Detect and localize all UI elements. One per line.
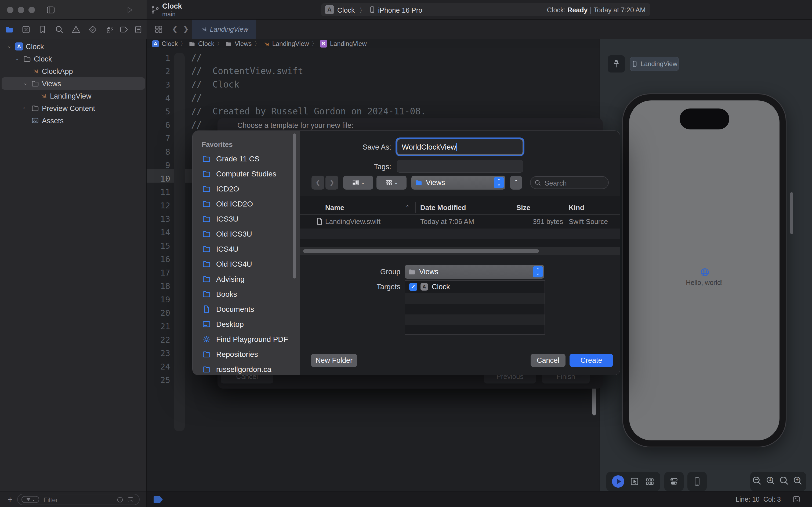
favorites-scrollbar[interactable] — [293, 133, 296, 278]
zoom-fit-icon[interactable]: ▫ — [779, 475, 791, 488]
preview-tab-landingview[interactable]: LandingView — [630, 57, 679, 71]
reports-navigator-icon[interactable] — [134, 25, 143, 34]
favorites-item[interactable]: russellgordon.ca — [192, 363, 300, 375]
file-row[interactable]: LandingView.swift Today at 7:06 AM 391 b… — [300, 215, 620, 229]
code-line[interactable]: 2// ContentView.swift — [147, 64, 599, 78]
filter-field[interactable]: ⌄ Filter — [17, 494, 139, 505]
project-navigator-icon[interactable] — [5, 25, 14, 34]
group-dropdown[interactable]: Views ⌃⌄ — [405, 265, 544, 279]
issues-navigator-icon[interactable] — [71, 25, 80, 34]
favorites-item[interactable]: Old ICD2O — [192, 198, 300, 211]
run-button-icon[interactable] — [126, 6, 134, 14]
column-name[interactable]: Name — [325, 204, 344, 212]
new-folder-button[interactable]: New Folder — [311, 354, 357, 367]
tests-navigator-icon[interactable] — [88, 25, 97, 34]
location-dropdown[interactable]: Views ⌃⌄ — [411, 176, 505, 189]
iphone-screen[interactable]: Hello, world! — [629, 101, 779, 440]
breadcrumb-item[interactable]: Clock — [198, 40, 214, 48]
breakpoint-icon[interactable] — [154, 496, 163, 503]
grid-view-button[interactable]: ⌄ — [376, 176, 407, 189]
favorites-item[interactable]: Advising — [192, 273, 300, 286]
selectable-mode-icon[interactable] — [630, 477, 639, 486]
window-zoom-button[interactable] — [28, 7, 35, 13]
cancel-button[interactable]: Cancel — [531, 354, 566, 367]
column-size[interactable]: Size — [516, 204, 530, 212]
add-file-button[interactable]: + — [7, 495, 13, 505]
target-row[interactable]: ✓ A Clock — [405, 281, 544, 293]
forward-button[interactable]: ❯ — [326, 176, 338, 189]
code-line[interactable]: 5// Created by Russell Gordon on 2024-11… — [147, 105, 599, 118]
zoom-in-icon[interactable]: + — [793, 475, 805, 488]
sidebar-item-landingview[interactable]: LandingView — [0, 90, 147, 102]
sidebar-item-clockapp[interactable]: ClockApp — [0, 65, 147, 77]
column-date-modified[interactable]: Date Modified — [420, 204, 466, 212]
breadcrumb-item[interactable]: LandingView — [272, 40, 309, 48]
canvas-scrollbar[interactable] — [790, 192, 793, 234]
sidebar-toggle-icon[interactable] — [46, 5, 55, 14]
scrollbar-thumb[interactable] — [303, 249, 539, 253]
disclosure-down-icon[interactable]: ⌄ — [7, 43, 11, 49]
code-line[interactable]: 4// — [147, 91, 599, 105]
favorites-item[interactable]: Books — [192, 288, 300, 301]
favorites-item[interactable]: ICS4U — [192, 242, 300, 256]
back-button[interactable]: ❮ — [311, 176, 325, 189]
pin-icon[interactable] — [607, 55, 625, 72]
column-divider[interactable] — [415, 202, 416, 213]
sidebar-item-preview-content[interactable]: ›Preview Content — [0, 102, 147, 114]
zoom-100-icon[interactable]: 1 — [765, 475, 777, 488]
device-settings-icon[interactable] — [669, 477, 679, 486]
checkbox-checked[interactable]: ✓ — [409, 283, 417, 291]
run-destination[interactable]: iPhone 16 Pro — [378, 6, 422, 14]
disclosure-down-icon[interactable]: ⌄ — [23, 80, 27, 86]
breakpoints-navigator-icon[interactable] — [119, 25, 128, 34]
breadcrumb-item[interactable]: Views — [235, 40, 252, 48]
column-divider[interactable] — [564, 202, 564, 213]
activity-view[interactable]: A Clock 〉 iPhone 16 Pro Clock: Ready|Tod… — [321, 3, 650, 16]
horizontal-scrollbar[interactable] — [300, 247, 620, 255]
live-preview-button[interactable] — [612, 475, 624, 488]
filename-input[interactable]: WorldClockView — [397, 139, 523, 155]
breadcrumb-item[interactable]: LandingView — [330, 40, 367, 48]
code-line[interactable]: 1// — [147, 51, 599, 64]
favorites-item[interactable]: Old ICS3U — [192, 227, 300, 241]
search-input[interactable]: Search — [530, 176, 609, 189]
tab-landingview[interactable]: LandingView — [192, 19, 256, 39]
favorites-item[interactable]: Find Playground PDF — [192, 333, 300, 346]
sidebar-item-views[interactable]: ⌄Views — [2, 77, 145, 90]
back-button[interactable]: ❮ — [172, 24, 178, 33]
forward-button[interactable]: ❯ — [183, 24, 189, 33]
tags-input[interactable] — [397, 160, 523, 173]
list-view-button[interactable]: ⌄ — [343, 176, 373, 189]
window-close-button[interactable] — [7, 7, 13, 13]
favorites-item[interactable]: Desktop — [192, 318, 300, 331]
favorites-item[interactable]: Grade 11 CS — [192, 152, 300, 166]
code-line[interactable]: 3// Clock — [147, 78, 599, 91]
sidebar-item-clock[interactable]: ⌄Clock — [0, 53, 147, 65]
device-picker-icon[interactable] — [692, 477, 702, 486]
debug-navigator-icon[interactable] — [105, 25, 114, 34]
favorites-item[interactable]: Old ICS4U — [192, 258, 300, 271]
window-minimize-button[interactable] — [18, 7, 24, 13]
favorites-item[interactable]: Repositories — [192, 348, 300, 361]
editor-settings-icon[interactable] — [792, 495, 801, 504]
disclosure-down-icon[interactable]: ⌄ — [15, 55, 19, 61]
breadcrumb-item[interactable]: Clock — [162, 40, 178, 48]
favorites-item[interactable]: Documents — [192, 303, 300, 316]
zoom-out-icon[interactable]: − — [752, 475, 764, 488]
favorites-item[interactable]: ICD2O — [192, 182, 300, 196]
sidebar-item-assets[interactable]: Assets — [0, 114, 147, 127]
parent-folder-button[interactable]: ⌃ — [510, 176, 522, 189]
source-control-navigator-icon[interactable] — [21, 25, 31, 34]
filter-icon[interactable]: ⌄ — [21, 496, 39, 503]
find-navigator-icon[interactable] — [55, 25, 64, 34]
favorites-item[interactable]: ICS3U — [192, 212, 300, 226]
scheme-name[interactable]: Clock — [337, 6, 355, 14]
column-kind[interactable]: Kind — [569, 204, 584, 212]
create-button[interactable]: Create — [570, 354, 613, 367]
tab-overview-icon[interactable] — [154, 25, 163, 34]
variants-mode-icon[interactable] — [645, 477, 655, 486]
bookmarks-navigator-icon[interactable] — [38, 25, 47, 34]
favorites-item[interactable]: Computer Studies — [192, 167, 300, 181]
recent-files-icon[interactable] — [117, 496, 123, 503]
source-control-filter-icon[interactable] — [127, 496, 134, 503]
